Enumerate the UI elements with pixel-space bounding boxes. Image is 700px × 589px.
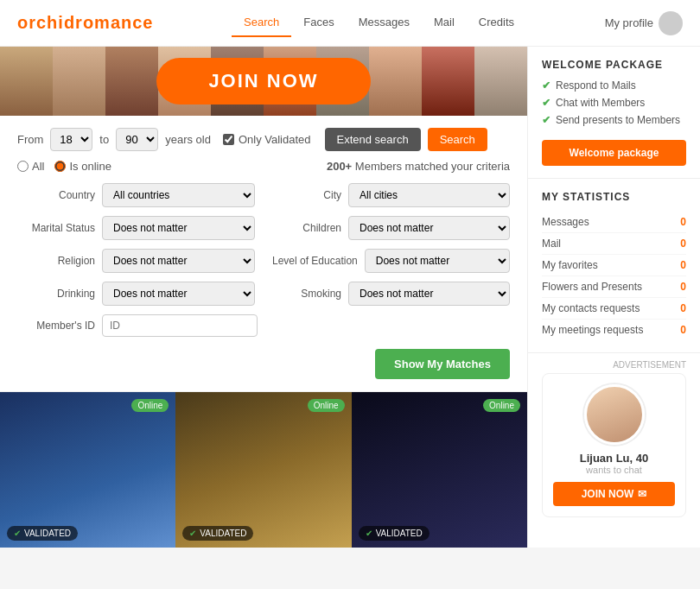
radio-online[interactable] [54,161,66,172]
education-select[interactable]: Does not matter [365,249,510,273]
banner-face-2 [53,47,105,116]
check-icon-1: ✔ [542,79,550,92]
nav-faces[interactable]: Faces [291,9,346,37]
left-panel: JOIN NOW From 18 to 90 years old Only Va… [0,47,527,548]
stat-row-flowers: Flowers and Presents 0 [542,276,686,298]
online-badge-3: Online [483,399,520,412]
only-validated-checkbox[interactable] [223,134,234,145]
avatar [659,11,683,35]
stat-row-mail: Mail 0 [542,233,686,255]
banner-face-8 [369,47,422,116]
validated-badge-1: ✔ VALIDATED [7,526,78,541]
marital-label: Marital Status [17,222,95,234]
radio-matched-row: All Is online 200+ Members matched your … [17,160,510,173]
country-filter: Country All countries [17,183,255,207]
city-filter: City All cities [272,183,510,207]
online-badge-1: Online [131,399,169,412]
member-card-3[interactable]: Online ✔ VALIDATED [352,392,527,548]
radio-online-label[interactable]: Is online [54,160,111,173]
only-validated-label[interactable]: Only Validated [223,133,311,146]
age-from-label: From [17,133,43,146]
my-profile[interactable]: My profile [605,11,683,35]
right-panel: WELCOME PACKAGE ✔ Respond to Mails ✔ Cha… [527,47,700,548]
logo[interactable]: orchidromance [17,13,153,33]
smoking-filter: Smoking Does not matter [272,282,510,306]
check-icon-2: ✔ [542,97,550,109]
country-select[interactable]: All countries [102,183,255,207]
smoking-label: Smoking [272,288,341,300]
age-to-select[interactable]: 90 [116,128,158,151]
extend-search-btn[interactable]: Extend search [325,128,421,151]
drinking-label: Drinking [17,288,95,300]
children-filter: Children Does not matter [272,216,510,240]
age-from-select[interactable]: 18 [50,128,92,151]
header: orchidromance Search Faces Messages Mail… [0,0,700,47]
welcome-item-1: ✔ Respond to Mails [542,79,686,92]
religion-select[interactable]: Does not matter [102,249,255,273]
stat-row-contacts: My contacts requests 0 [542,298,686,320]
my-statistics: MY STATISTICS Messages 0 Mail 0 My favor… [528,179,700,353]
online-badge-2: Online [308,399,345,412]
city-label: City [272,189,341,201]
religion-label: Religion [17,255,95,267]
advert-label: ADVERTISEMENT [542,360,686,370]
age-to-label: to [99,133,109,146]
banner-face-9 [422,47,474,116]
main-layout: JOIN NOW From 18 to 90 years old Only Va… [0,47,700,548]
join-now-banner-btn[interactable]: JOIN NOW [156,58,370,104]
radio-all-label[interactable]: All [17,160,44,173]
search-area: From 18 to 90 years old Only Validated E… [0,116,527,391]
city-select[interactable]: All cities [348,183,510,207]
filters-grid: Country All countries City All cities Ma… [17,183,510,306]
show-matches-btn[interactable]: Show My Matches [375,349,510,379]
advert-section: ADVERTISEMENT Lijuan Lu, 40 wants to cha… [528,353,700,524]
stat-row-meetings: My meetings requests 0 [542,320,686,340]
advert-name: Lijuan Lu, 40 [553,452,675,465]
nav-messages[interactable]: Messages [347,9,422,37]
member-id-label: Member's ID [17,320,95,332]
banner: JOIN NOW [0,47,527,116]
banner-face-1 [0,47,53,116]
marital-select[interactable]: Does not matter [102,216,255,240]
smoking-select[interactable]: Does not matter [348,282,510,306]
check-icon-3: ✔ [542,114,550,126]
welcome-item-2: ✔ Chat with Members [542,97,686,109]
age-unit-label: years old [165,133,211,146]
drinking-select[interactable]: Does not matter [102,282,255,306]
member-card-2[interactable]: Online ✔ VALIDATED [175,392,351,548]
nav-mail[interactable]: Mail [422,9,467,37]
education-label: Level of Education [272,255,358,267]
education-filter: Level of Education Does not matter [272,249,510,273]
stat-row-messages: Messages 0 [542,212,686,233]
welcome-package-btn[interactable]: Welcome package [542,140,686,166]
nav-credits[interactable]: Credits [467,9,526,37]
member-id-input[interactable] [102,314,258,337]
stat-row-favorites: My favorites 0 [542,255,686,276]
children-label: Children [272,222,341,234]
advert-avatar [584,384,645,445]
drinking-filter: Drinking Does not matter [17,282,255,306]
member-id-row: Member's ID [17,314,510,337]
member-card-1[interactable]: Online ✔ VALIDATED [0,392,175,548]
advert-card: Lijuan Lu, 40 wants to chat JOIN NOW ✉ [542,373,686,517]
advert-join-btn[interactable]: JOIN NOW ✉ [553,482,675,506]
religion-filter: Religion Does not matter [17,249,255,273]
age-row: From 18 to 90 years old Only Validated E… [17,128,510,151]
show-matches-row: Show My Matches [17,349,510,379]
search-btn[interactable]: Search [428,128,487,151]
matched-text: 200+ Members matched your criteria [327,160,510,173]
welcome-item-3: ✔ Send presents to Members [542,114,686,126]
validated-badge-2: ✔ VALIDATED [182,526,253,541]
marital-filter: Marital Status Does not matter [17,216,255,240]
nav-search[interactable]: Search [232,9,291,37]
validated-badge-3: ✔ VALIDATED [359,526,430,541]
stats-title: MY STATISTICS [542,191,686,203]
banner-face-3 [105,47,158,116]
welcome-title: WELCOME PACKAGE [542,59,686,71]
main-nav: Search Faces Messages Mail Credits [232,9,526,37]
radio-all[interactable] [17,161,29,172]
children-select[interactable]: Does not matter [348,216,510,240]
banner-face-10 [474,47,527,116]
country-label: Country [17,189,95,201]
my-profile-label: My profile [605,16,653,29]
